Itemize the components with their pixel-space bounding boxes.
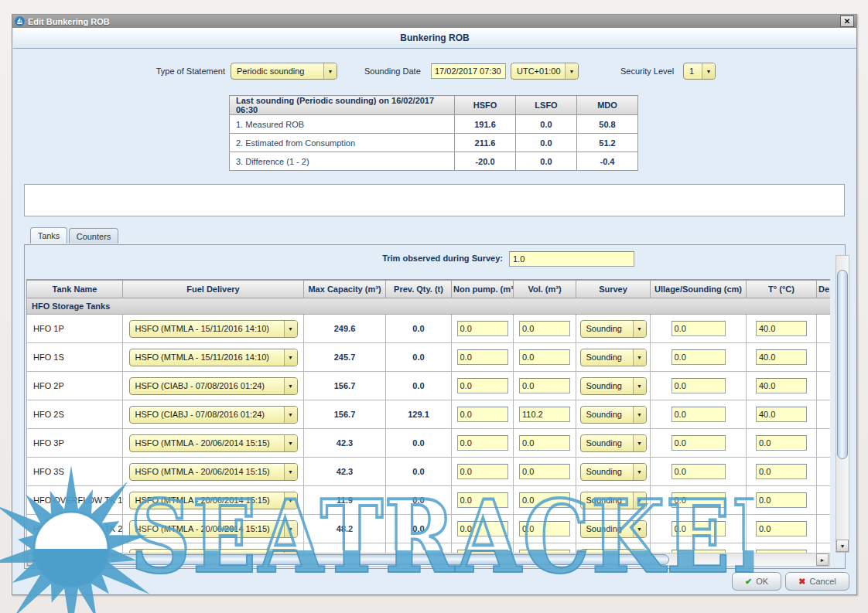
tank-name: HFO 1P	[27, 315, 123, 343]
close-button[interactable]: ✕	[840, 15, 854, 27]
fuel-delivery-select[interactable]: HSFO (CIABJ - 07/08/2016 01:24) ▼	[129, 406, 298, 424]
sounding-date-input[interactable]	[431, 63, 506, 79]
survey-select[interactable]: Sounding ▼	[580, 492, 647, 509]
max-capacity-value: 156.7	[304, 400, 386, 429]
tank-table: Tank Name Fuel Delivery Max Capacity (m³…	[26, 280, 830, 553]
ullage-sounding-input[interactable]	[672, 521, 726, 536]
non-pump-input[interactable]	[457, 321, 508, 336]
survey-select[interactable]: Sounding ▼	[580, 320, 647, 338]
temperature-input[interactable]	[756, 378, 807, 393]
security-level-select[interactable]: 1 ▼	[683, 63, 716, 80]
temperature-input[interactable]	[756, 435, 807, 451]
ullage-sounding-input[interactable]	[672, 407, 726, 422]
vertical-scrollbar[interactable]	[836, 255, 849, 553]
survey-select[interactable]: Sounding ▼	[580, 463, 647, 481]
tab-counters[interactable]: Counters	[69, 228, 118, 243]
non-pump-input[interactable]	[457, 407, 508, 422]
ok-button[interactable]: ✔ OK	[732, 572, 781, 591]
fuel-delivery-select[interactable]: HSFO (MTMLA - 20/06/2014 15:15) ▼	[129, 463, 298, 481]
prev-qty-value: 0.0	[386, 372, 452, 400]
vertical-scroll-thumb[interactable]	[837, 270, 848, 459]
non-pump-input[interactable]	[457, 521, 508, 536]
chevron-down-icon: ▼	[633, 378, 646, 394]
survey-select[interactable]: Sounding ▼	[580, 377, 647, 395]
cancel-button[interactable]: ✖ Cancel	[785, 572, 849, 591]
non-pump-input[interactable]	[457, 435, 508, 451]
chevron-down-icon: ▼	[633, 521, 646, 537]
horizontal-scrollbar[interactable]	[26, 553, 830, 567]
tab-tanks[interactable]: Tanks	[30, 227, 67, 243]
vol-input[interactable]	[519, 521, 570, 536]
density-cell	[817, 315, 831, 343]
temperature-input[interactable]	[756, 407, 807, 422]
chevron-down-icon: ▼	[284, 464, 297, 480]
sounding-date-label: Sounding Date	[364, 66, 421, 76]
ullage-sounding-input[interactable]	[672, 321, 726, 336]
vol-input[interactable]	[519, 435, 570, 451]
fuel-delivery-select[interactable]: HSFO (MTMLA - 15/11/2016 14:10) ▼	[129, 320, 298, 338]
max-capacity-value: 245.7	[304, 343, 386, 372]
summary-row-label: 3. Difference (1 - 2)	[230, 152, 455, 171]
vol-input[interactable]	[519, 464, 570, 479]
fuel-delivery-select[interactable]: HSFO (MTMLA - 15/11/2016 14:10) ▼	[129, 349, 298, 366]
ullage-sounding-input[interactable]	[672, 492, 726, 508]
chevron-down-icon: ▼	[284, 407, 297, 423]
temperature-input[interactable]	[756, 349, 807, 365]
temperature-input[interactable]	[756, 321, 807, 336]
right-arrow-icon: ►	[820, 557, 825, 563]
vol-input[interactable]	[519, 492, 570, 508]
horizontal-scroll-thumb[interactable]	[38, 554, 669, 565]
vol-input[interactable]	[519, 321, 570, 336]
type-of-statement-select[interactable]: Periodic sounding ▼	[231, 63, 337, 80]
prev-qty-value: 0.0	[386, 458, 452, 486]
timezone-select[interactable]: UTC+01:00 ▼	[511, 63, 579, 80]
timezone-value: UTC+01:00	[517, 66, 565, 76]
scroll-right-button[interactable]: ►	[816, 553, 829, 566]
ullage-sounding-input[interactable]	[672, 464, 726, 479]
tank-row: HFO OVERFLOW TK 1 HSFO (MTMLA - 20/06/20…	[27, 486, 831, 515]
fuel-delivery-value: HSFO (MTMLA - 20/06/2014 15:15)	[135, 524, 284, 533]
fuel-delivery-select[interactable]: HSFO (MTMLA - 20/06/2014 15:15) ▼	[129, 492, 298, 509]
fuel-delivery-select[interactable]: HSFO (MTMLA - 20/06/2014 15:15) ▼	[129, 520, 298, 538]
summary-header-row: Last sounding (Periodic sounding) on 16/…	[230, 96, 638, 115]
summary-title: Last sounding (Periodic sounding) on 16/…	[230, 96, 455, 115]
ullage-sounding-input[interactable]	[672, 435, 726, 451]
non-pump-input[interactable]	[457, 464, 508, 479]
scroll-down-button[interactable]: ▼	[836, 540, 849, 552]
scroll-left-button[interactable]: ◄	[27, 553, 39, 566]
tanks-panel: Trim observed during Survey: Tank Name F…	[24, 243, 846, 569]
survey-value: Sounding	[586, 438, 633, 448]
survey-select[interactable]: Sounding ▼	[580, 520, 647, 538]
temperature-input[interactable]	[756, 464, 807, 479]
vol-input[interactable]	[519, 407, 570, 422]
fuel-delivery-select[interactable]: HSFO (CIABJ - 07/08/2016 01:24) ▼	[129, 377, 298, 395]
non-pump-input[interactable]	[457, 378, 508, 393]
tab-counters-label: Counters	[77, 232, 111, 241]
summary-lsfo-value: 0.0	[516, 152, 577, 171]
temperature-input[interactable]	[756, 521, 807, 536]
ullage-sounding-input[interactable]	[672, 349, 726, 365]
trim-input[interactable]	[509, 251, 634, 267]
ullage-sounding-input[interactable]	[672, 378, 726, 393]
summary-lsfo-value: 0.0	[516, 115, 577, 134]
vol-input[interactable]	[519, 349, 570, 365]
summary-row-label: 2. Estimated from Consumption	[230, 134, 455, 152]
prev-qty-value: 0.0	[386, 486, 452, 515]
max-capacity-value: 249.6	[304, 315, 386, 343]
survey-select[interactable]: Sounding ▼	[580, 349, 647, 366]
survey-select[interactable]: Sounding ▼	[580, 434, 647, 452]
fuel-delivery-select[interactable]: HSFO (MTMLA - 20/06/2014 15:15) ▼	[129, 434, 298, 452]
title-bar[interactable]: Edit Bunkering ROB ✕	[12, 15, 856, 28]
fuel-delivery-value: HSFO (MTMLA - 20/06/2014 15:15)	[135, 467, 284, 476]
survey-select[interactable]: Sounding ▼	[580, 406, 647, 424]
non-pump-input[interactable]	[457, 492, 508, 508]
comment-textarea[interactable]	[24, 184, 845, 216]
chevron-down-icon: ▼	[284, 349, 297, 366]
tank-name: HFO 1S	[27, 343, 123, 372]
summary-row: 1. Measured ROB 191.6 0.0 50.8	[230, 115, 638, 134]
temperature-input[interactable]	[756, 492, 807, 508]
chevron-down-icon: ▼	[633, 464, 646, 480]
vol-input[interactable]	[519, 378, 570, 393]
non-pump-input[interactable]	[457, 349, 508, 365]
max-capacity-value: 48.2	[304, 515, 386, 543]
